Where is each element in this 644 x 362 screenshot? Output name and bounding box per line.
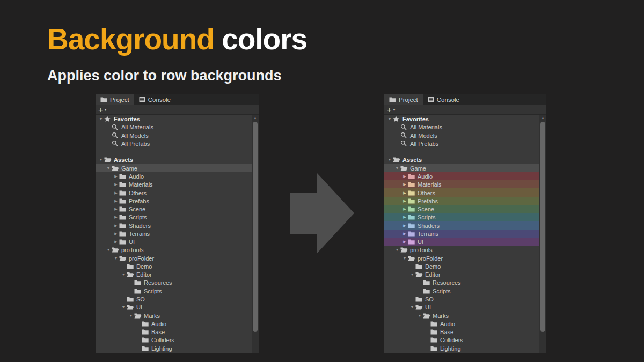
create-plus-button[interactable]: +	[387, 106, 392, 113]
scroll-up-arrow-icon[interactable]: ▲	[539, 116, 546, 120]
tree-row-all-models[interactable]: All Models	[384, 131, 546, 139]
disclosure-arrow-icon[interactable]: ▶	[113, 224, 119, 227]
scroll-up-arrow-icon[interactable]: ▲	[252, 116, 259, 120]
tree-row-scripts[interactable]: ▶Scripts	[96, 213, 259, 221]
vertical-scrollbar[interactable]: ▲	[252, 115, 259, 353]
disclosure-arrow-icon[interactable]: ▼	[120, 305, 127, 309]
create-plus-button[interactable]: +	[98, 106, 103, 113]
disclosure-arrow-icon[interactable]: ▼	[105, 248, 112, 252]
disclosure-arrow-icon[interactable]: ▼	[394, 166, 400, 170]
tree-row-resources[interactable]: Resources	[384, 278, 546, 286]
disclosure-arrow-icon[interactable]: ▼	[386, 117, 393, 121]
tree-row-scripts[interactable]: Scripts	[96, 287, 259, 295]
tree-row-others[interactable]: ▶Others	[384, 188, 546, 196]
tree-row-lighting[interactable]: Lighting	[384, 344, 546, 352]
tree-row-ui[interactable]: ▶UI	[384, 238, 546, 246]
disclosure-arrow-icon[interactable]: ▶	[113, 174, 119, 178]
tree-row-ui[interactable]: ▼UI	[384, 303, 546, 311]
tree-row-assets[interactable]: ▼Assets	[96, 156, 259, 164]
disclosure-arrow-icon[interactable]: ▶	[401, 174, 408, 178]
tree-row-profolder[interactable]: ▼proFolder	[96, 254, 259, 262]
tree-row-demo[interactable]: Demo	[384, 262, 546, 270]
tree-row-game[interactable]: ▼Game	[96, 164, 259, 172]
tree-row-protools[interactable]: ▼proTools	[384, 246, 546, 254]
tree-row-others[interactable]: ▶Others	[96, 188, 259, 196]
vertical-scrollbar[interactable]: ▲	[539, 115, 546, 353]
disclosure-arrow-icon[interactable]: ▼	[98, 158, 104, 161]
tree-row-lighting[interactable]: Lighting	[96, 344, 259, 352]
disclosure-arrow-icon[interactable]: ▶	[401, 199, 408, 203]
disclosure-arrow-icon[interactable]: ▼	[409, 272, 415, 276]
tree-row-terrains[interactable]: ▶Terrains	[384, 230, 546, 238]
disclosure-arrow-icon[interactable]: ▶	[401, 224, 408, 227]
tree-row-all-materials[interactable]: All Materials	[384, 123, 546, 131]
scrollbar-thumb[interactable]	[253, 122, 258, 332]
tree-row-all-prefabs[interactable]: All Prefabs	[96, 139, 259, 147]
disclosure-arrow-icon[interactable]: ▼	[386, 158, 393, 161]
tree-row-audio[interactable]: ▶Audio	[384, 172, 546, 180]
tree-row-scene[interactable]: ▶Scene	[384, 205, 546, 213]
disclosure-arrow-icon[interactable]: ▶	[401, 182, 408, 186]
tree-row-editor[interactable]: ▼Editor	[96, 270, 259, 278]
tree-row-materials[interactable]: ▶Materials	[384, 180, 546, 188]
tree-row-profolder[interactable]: ▼proFolder	[384, 254, 546, 262]
disclosure-arrow-icon[interactable]: ▶	[113, 207, 119, 211]
tree-row-all-prefabs[interactable]: All Prefabs	[384, 139, 546, 147]
tree-row-resources[interactable]: Resources	[96, 278, 259, 286]
disclosure-arrow-icon[interactable]: ▶	[401, 215, 408, 219]
disclosure-arrow-icon[interactable]: ▶	[113, 199, 119, 203]
disclosure-arrow-icon[interactable]: ▼	[416, 314, 423, 317]
tree-row-terrains[interactable]: ▶Terrains	[96, 230, 259, 238]
tree-row-shaders[interactable]: ▶Shaders	[96, 221, 259, 229]
tree-row-marks[interactable]: ▼Marks	[384, 311, 546, 319]
scrollbar-thumb[interactable]	[540, 122, 545, 332]
tree-row-so[interactable]: SO	[384, 295, 546, 303]
create-dropdown-caret-icon[interactable]: ▾	[393, 108, 396, 112]
disclosure-arrow-icon[interactable]: ▼	[128, 314, 134, 317]
tab-console[interactable]: Console	[134, 94, 175, 105]
disclosure-arrow-icon[interactable]: ▼	[113, 256, 119, 260]
tree-row-all-materials[interactable]: All Materials	[96, 123, 259, 131]
tree-row-protools[interactable]: ▼proTools	[96, 246, 259, 254]
disclosure-arrow-icon[interactable]: ▶	[113, 191, 119, 195]
tree-row-so[interactable]: SO	[96, 295, 259, 303]
create-dropdown-caret-icon[interactable]: ▾	[105, 108, 107, 112]
disclosure-arrow-icon[interactable]: ▶	[401, 191, 408, 195]
tree-row-favorites[interactable]: ▼Favorites	[96, 115, 259, 123]
tree-row-shaders[interactable]: ▶Shaders	[384, 221, 546, 229]
tree-row-scene[interactable]: ▶Scene	[96, 205, 259, 213]
tree-row-base[interactable]: Base	[96, 328, 259, 336]
tab-project[interactable]: Project	[384, 94, 423, 105]
tree-row-assets[interactable]: ▼Assets	[384, 156, 546, 164]
tree-row-audio[interactable]: Audio	[96, 320, 259, 328]
disclosure-arrow-icon[interactable]: ▼	[105, 166, 112, 170]
disclosure-arrow-icon[interactable]: ▶	[113, 182, 119, 186]
tab-project[interactable]: Project	[96, 94, 134, 105]
disclosure-arrow-icon[interactable]: ▶	[401, 232, 408, 235]
disclosure-arrow-icon[interactable]: ▶	[113, 215, 119, 219]
tab-console[interactable]: Console	[423, 94, 464, 105]
tree-row-scripts[interactable]: Scripts	[384, 287, 546, 295]
disclosure-arrow-icon[interactable]: ▼	[394, 248, 400, 252]
tree-row-favorites[interactable]: ▼Favorites	[384, 115, 546, 123]
disclosure-arrow-icon[interactable]: ▼	[120, 272, 127, 276]
tree-row-colliders[interactable]: Colliders	[384, 336, 546, 344]
disclosure-arrow-icon[interactable]: ▶	[113, 240, 119, 243]
tree-row-audio[interactable]: Audio	[384, 320, 546, 328]
disclosure-arrow-icon[interactable]: ▶	[401, 240, 408, 243]
disclosure-arrow-icon[interactable]: ▼	[409, 305, 415, 309]
tree-row-editor[interactable]: ▼Editor	[384, 270, 546, 278]
tree-row-marks[interactable]: ▼Marks	[96, 311, 259, 319]
tree-row-audio[interactable]: ▶Audio	[96, 172, 259, 180]
tree-row-all-models[interactable]: All Models	[96, 131, 259, 139]
disclosure-arrow-icon[interactable]: ▼	[98, 117, 104, 121]
tree-row-game[interactable]: ▼Game	[384, 164, 546, 172]
tree-row-scripts[interactable]: ▶Scripts	[384, 213, 546, 221]
tree-row-materials[interactable]: ▶Materials	[96, 180, 259, 188]
tree-row-prefabs[interactable]: ▶Prefabs	[96, 197, 259, 205]
disclosure-arrow-icon[interactable]: ▶	[401, 207, 408, 211]
disclosure-arrow-icon[interactable]: ▼	[401, 256, 408, 260]
tree-row-colliders[interactable]: Colliders	[96, 336, 259, 344]
tree-row-prefabs[interactable]: ▶Prefabs	[384, 197, 546, 205]
disclosure-arrow-icon[interactable]: ▶	[113, 232, 119, 235]
